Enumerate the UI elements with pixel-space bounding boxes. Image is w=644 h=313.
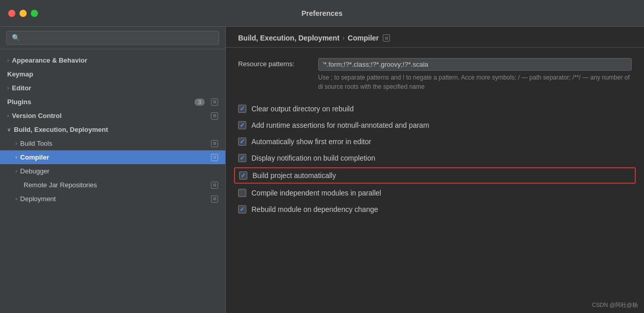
search-input[interactable] xyxy=(6,31,219,45)
sidebar-item-appearance[interactable]: › Appearance & Behavior xyxy=(0,53,225,67)
repo-icon: ⊟ xyxy=(383,34,390,42)
sidebar-item-compiler[interactable]: › Compiler ⊟ xyxy=(0,150,225,164)
checkbox-icon[interactable] xyxy=(238,205,246,213)
checkbox-icon[interactable] xyxy=(238,105,246,113)
resource-input-wrap: Use ; to separate patterns and ! to nega… xyxy=(318,58,632,91)
checkbox-label: Automatically show first error in editor xyxy=(251,138,371,146)
sidebar-item-remote-jar[interactable]: Remote Jar Repositories ⊟ xyxy=(0,178,225,192)
checkbox-build-automatically[interactable]: Build project automatically xyxy=(234,167,636,184)
breadcrumb: Build, Execution, Deployment › Compiler … xyxy=(238,34,632,42)
chevron-down-icon: ∨ xyxy=(7,127,11,132)
chevron-right-icon: › xyxy=(7,113,9,119)
sidebar-item-version-control[interactable]: › Version Control ⊟ xyxy=(0,109,225,123)
sidebar-item-keymap[interactable]: Keymap xyxy=(0,67,225,81)
repo-icon: ⊟ xyxy=(211,154,218,161)
chevron-right-icon: › xyxy=(7,85,9,91)
checkbox-display-notification[interactable]: Display notification on build completion xyxy=(238,150,632,166)
checkbox-label: Add runtime assertions for notnull-annot… xyxy=(251,121,429,129)
checkbox-label: Build project automatically xyxy=(252,171,336,180)
checkbox-compile-parallel[interactable]: Compile independent modules in parallel xyxy=(238,185,632,201)
resource-hint: Use ; to separate patterns and ! to nega… xyxy=(318,73,632,91)
sidebar-item-label: Build Tools xyxy=(20,140,209,147)
checkbox-icon[interactable] xyxy=(239,171,247,180)
sidebar: › Appearance & Behavior Keymap › Editor … xyxy=(0,27,226,313)
sidebar-item-label: Plugins xyxy=(7,98,194,106)
sidebar-item-label: Appearance & Behavior xyxy=(12,56,218,64)
chevron-right-icon: › xyxy=(7,57,9,63)
sidebar-item-label: Compiler xyxy=(20,153,209,161)
panel-header: Build, Execution, Deployment › Compiler … xyxy=(226,27,644,48)
titlebar: Preferences xyxy=(0,0,644,27)
chevron-right-icon: › xyxy=(15,154,17,160)
checkbox-icon[interactable] xyxy=(238,154,246,162)
repo-icon: ⊟ xyxy=(211,182,218,189)
close-button[interactable] xyxy=(8,10,15,17)
sidebar-item-editor[interactable]: › Editor xyxy=(0,81,225,95)
window-title: Preferences xyxy=(301,9,342,17)
chevron-right-icon: › xyxy=(15,141,17,146)
repo-icon: ⊟ xyxy=(211,140,218,147)
right-panel: Build, Execution, Deployment › Compiler … xyxy=(226,27,644,313)
sidebar-item-deployment[interactable]: › Deployment ⊟ xyxy=(0,192,225,206)
sidebar-item-plugins[interactable]: Plugins 3 ⊟ xyxy=(0,95,225,109)
plugins-badge: 3 xyxy=(194,99,205,106)
sidebar-item-label: Editor xyxy=(12,84,218,92)
checkbox-label: Clear output directory on rebuild xyxy=(251,105,354,113)
sidebar-item-build-exec-deploy[interactable]: ∨ Build, Execution, Deployment xyxy=(0,123,225,136)
resource-patterns-label: Resource patterns: xyxy=(238,58,310,68)
sidebar-item-label: Debugger xyxy=(20,167,218,175)
checkbox-clear-output[interactable]: Clear output directory on rebuild xyxy=(238,101,632,117)
checkbox-icon[interactable] xyxy=(238,138,246,146)
minimize-button[interactable] xyxy=(19,10,27,17)
traffic-lights xyxy=(8,10,38,17)
resource-patterns-row: Resource patterns: Use ; to separate pat… xyxy=(238,58,632,91)
search-bar[interactable] xyxy=(0,27,225,49)
panel-content: Resource patterns: Use ; to separate pat… xyxy=(226,48,644,313)
checkbox-label: Display notification on build completion xyxy=(251,154,375,162)
chevron-right-icon: › xyxy=(15,168,17,174)
sidebar-item-label: Build, Execution, Deployment xyxy=(14,126,218,133)
watermark: CSDN @阿杜@杨 xyxy=(592,301,638,309)
repo-icon: ⊟ xyxy=(211,99,218,106)
repo-icon: ⊟ xyxy=(211,112,218,120)
sidebar-item-label: Keymap xyxy=(7,70,218,78)
main-layout: › Appearance & Behavior Keymap › Editor … xyxy=(0,27,644,313)
checkbox-rebuild-dependency[interactable]: Rebuild module on dependency change xyxy=(238,201,632,218)
resource-patterns-input[interactable] xyxy=(318,58,632,71)
checkbox-show-first-error[interactable]: Automatically show first error in editor xyxy=(238,133,632,150)
breadcrumb-arrow: › xyxy=(343,34,345,42)
checkbox-runtime-assertions[interactable]: Add runtime assertions for notnull-annot… xyxy=(238,117,632,133)
sidebar-item-build-tools[interactable]: › Build Tools ⊟ xyxy=(0,136,225,150)
checkbox-label: Compile independent modules in parallel xyxy=(251,189,381,197)
chevron-right-icon: › xyxy=(15,196,17,202)
checkbox-icon[interactable] xyxy=(238,189,246,197)
sidebar-item-label: Version Control xyxy=(12,112,209,120)
sidebar-item-debugger[interactable]: › Debugger xyxy=(0,164,225,178)
checkbox-icon[interactable] xyxy=(238,121,246,129)
sidebar-item-label: Remote Jar Repositories xyxy=(24,181,209,189)
maximize-button[interactable] xyxy=(31,10,38,17)
breadcrumb-parent: Build, Execution, Deployment xyxy=(238,34,340,42)
checkbox-label: Rebuild module on dependency change xyxy=(251,205,378,213)
repo-icon: ⊟ xyxy=(211,195,218,203)
nav-items: › Appearance & Behavior Keymap › Editor … xyxy=(0,49,225,210)
sidebar-item-label: Deployment xyxy=(20,195,209,203)
breadcrumb-current: Compiler xyxy=(348,34,379,42)
